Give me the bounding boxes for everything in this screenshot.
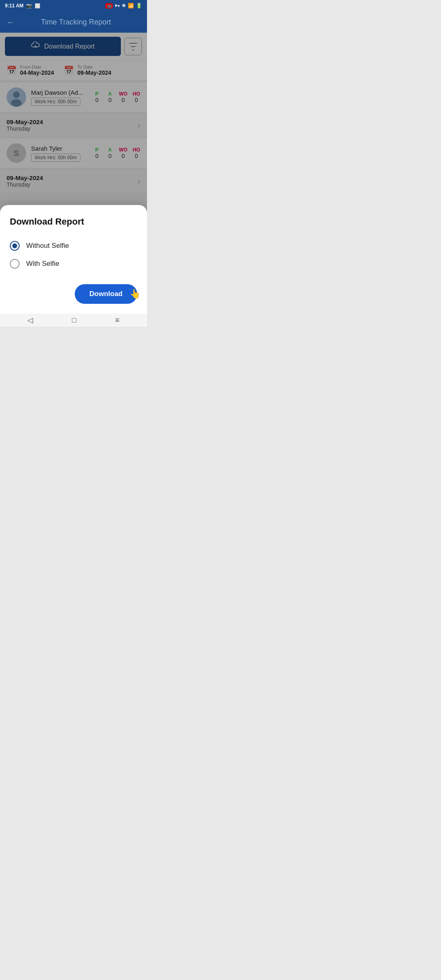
video-icon: 📷 bbox=[26, 3, 32, 9]
back-button[interactable]: ← bbox=[7, 18, 15, 27]
status-bar: 9:11 AM 📷 ⬜ 📹 🗝 ✳ 📶 🔋 bbox=[0, 0, 147, 11]
sheet-footer: Download 👆 bbox=[10, 284, 137, 304]
battery-icon: 🔋 bbox=[136, 3, 142, 9]
recording-icon: 📹 bbox=[105, 3, 113, 9]
time: 9:11 AM bbox=[5, 3, 24, 9]
option-without-selfie-label: Without Selfie bbox=[26, 242, 69, 250]
nav-menu-button[interactable]: ≡ bbox=[115, 316, 120, 325]
option-with-selfie[interactable]: With Selfie bbox=[10, 255, 137, 273]
sheet-title: Download Report bbox=[10, 216, 137, 227]
nav-back-button[interactable]: ◁ bbox=[27, 316, 33, 325]
option-with-selfie-label: With Selfie bbox=[26, 260, 59, 268]
radio-inner-without-selfie bbox=[12, 243, 17, 248]
main-content: Download Report 📅 From Date 04-May-2024 … bbox=[0, 33, 147, 314]
bluetooth-icon: ✳ bbox=[122, 3, 126, 9]
option-without-selfie[interactable]: Without Selfie bbox=[10, 237, 137, 255]
status-right: 📹 🗝 ✳ 📶 🔋 bbox=[105, 3, 142, 9]
cursor-icon: 👆 bbox=[129, 289, 140, 299]
status-left: 9:11 AM 📷 ⬜ bbox=[5, 3, 40, 9]
header: ← Time Tracking Report bbox=[0, 11, 147, 33]
sim-icon: ⬜ bbox=[35, 3, 40, 9]
download-report-sheet: Download Report Without Selfie With Self… bbox=[0, 205, 147, 314]
wifi-icon: 📶 bbox=[128, 3, 134, 9]
sheet-download-button[interactable]: Download 👆 bbox=[75, 284, 137, 304]
bottom-nav: ◁ □ ≡ bbox=[0, 314, 147, 327]
page-title: Time Tracking Report bbox=[21, 18, 131, 27]
radio-with-selfie[interactable] bbox=[10, 259, 20, 269]
sheet-download-label: Download bbox=[89, 290, 122, 298]
key-icon: 🗝 bbox=[115, 3, 120, 9]
radio-without-selfie[interactable] bbox=[10, 241, 20, 251]
nav-home-button[interactable]: □ bbox=[72, 316, 76, 325]
